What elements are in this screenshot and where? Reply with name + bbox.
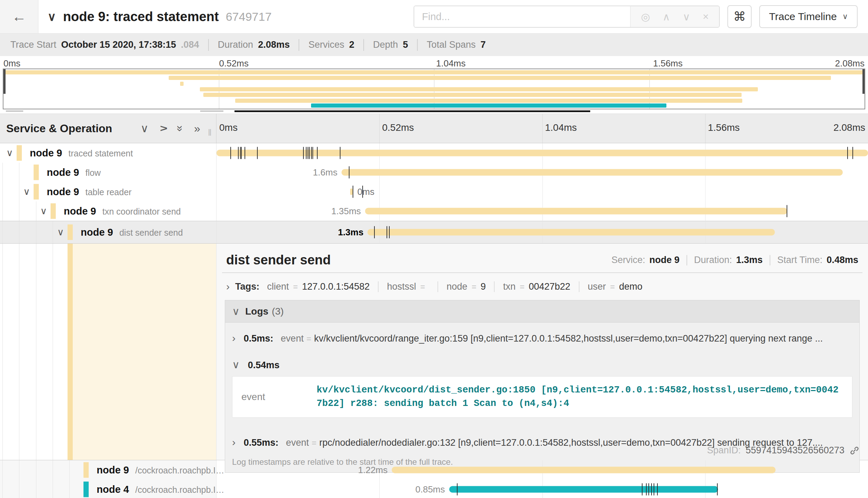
minimap-left-scrubber-handle[interactable]	[3, 69, 6, 94]
span-detail-meta: Service:node 9 Duration:1.3ms Start Time…	[611, 255, 858, 265]
back-arrow-icon: ←	[12, 8, 26, 25]
minimap-right-scrubber-handle[interactable]	[862, 69, 865, 94]
minimap-span-bar	[203, 93, 742, 97]
span-detail-left-column	[0, 244, 216, 460]
span-bar[interactable]	[367, 229, 775, 236]
axis-tick: 2.08ms	[833, 122, 865, 133]
span-duration-label: 0.85ms	[415, 484, 449, 495]
span-duration-label: 0ms	[355, 187, 374, 197]
span-color-bar	[83, 482, 89, 497]
span-detail-title: dist sender send	[226, 253, 331, 268]
back-button[interactable]: ←	[0, 0, 38, 33]
log-entry-expanded-header[interactable]: ∨ 0.54ms	[225, 351, 859, 374]
minimap-selection-underline[interactable]	[234, 110, 590, 112]
span-color-bar	[34, 184, 39, 200]
span-color-bar	[34, 165, 39, 180]
span-bar[interactable]	[392, 467, 776, 473]
span-row-flow[interactable]: node 9flow 1.6ms	[0, 163, 868, 182]
span-color-bar	[51, 203, 56, 219]
minimap-handle-mark[interactable]	[6, 110, 23, 112]
axis-tick: 0ms	[219, 122, 238, 133]
trace-id: 6749717	[226, 10, 272, 24]
axis-tick: 1.56ms	[708, 122, 740, 133]
next-match-icon[interactable]: ∨	[683, 11, 690, 23]
logs-accordion-header[interactable]: ∨ Logs(3)	[225, 300, 859, 323]
chevron-right-icon: ›	[232, 436, 236, 448]
log-event-detail: event kv/kvclient/kvcoord/dist_sender.go…	[232, 376, 852, 418]
keyboard-shortcuts-button[interactable]: ⌘	[727, 5, 752, 28]
trace-minimap[interactable]: 0ms 0.52ms 1.04ms 1.56ms 2.08ms	[0, 56, 868, 114]
expand-one-icon[interactable]: ∨	[157, 124, 170, 132]
scroll-to-match-icon[interactable]: ◎	[641, 11, 650, 23]
service-operation-title: Service & Operation	[6, 122, 141, 135]
log-tick-marks	[216, 182, 868, 201]
find-group: ◎ ∧ ∨ ×	[414, 6, 720, 28]
span-row-traced-statement[interactable]: ∨ node 9traced statement	[0, 143, 868, 163]
span-row-table-reader[interactable]: ∨ node 9table reader 0ms	[0, 182, 868, 201]
span-row-node4-rpc[interactable]: node 4/cockroach.roachpb.I… 0.85ms	[0, 480, 868, 498]
trace-start: Trace StartOctober 15 2020, 17:38:15.084	[10, 39, 199, 50]
span-duration-label: 1.6ms	[313, 167, 342, 178]
clear-search-icon[interactable]: ×	[703, 11, 709, 22]
tags-accordion[interactable]: › Tags: client=127.0.0.1:54582 hostssl= …	[222, 273, 862, 299]
minimap-span-bar	[3, 70, 865, 74]
trace-summary-bar: Trace StartOctober 15 2020, 17:38:15.084…	[0, 34, 868, 56]
span-duration-label: 1.22ms	[358, 465, 392, 476]
find-input[interactable]	[414, 6, 630, 27]
span-row-dist-sender-send[interactable]: ∨ node 9dist sender send 1.3ms	[0, 221, 868, 243]
collapse-trace-icon[interactable]: ∨	[47, 10, 56, 24]
span-rows: ∨ node 9traced statement node 9flow 1.6m…	[0, 143, 868, 243]
span-duration-label: 1.3ms	[338, 227, 368, 238]
chevron-right-icon: ›	[226, 281, 230, 292]
span-bar[interactable]	[350, 189, 353, 195]
chevron-down-icon: ∨	[232, 359, 240, 370]
prev-match-icon[interactable]: ∧	[663, 11, 670, 23]
chevron-right-icon: ›	[232, 332, 236, 344]
span-detail-panel: dist sender send Service:node 9 Duration…	[216, 244, 868, 460]
minimap-span-bar	[311, 103, 667, 108]
expand-all-icon[interactable]: »	[194, 122, 200, 135]
collapse-one-icon[interactable]: ∨	[141, 122, 149, 135]
log-field-name: event	[241, 391, 317, 402]
span-rows-bottom: node 9/cockroach.roachpb.I… 1.22ms node …	[0, 460, 868, 498]
minimap-tick: 2.08ms	[835, 58, 865, 69]
column-resize-handle[interactable]: ‖	[208, 127, 213, 138]
span-duration-label: 1.35ms	[331, 206, 365, 217]
span-id-value: 5597415943526560273	[746, 445, 844, 456]
minimap-tick: 0.52ms	[219, 58, 249, 69]
selected-span-accent-bar	[68, 244, 73, 460]
log-field-value: kv/kvclient/kvcoord/dist_sender.go:1850 …	[317, 383, 843, 410]
chevron-down-icon[interactable]: ∨	[23, 186, 30, 197]
span-bar[interactable]	[449, 486, 718, 493]
selected-span-tint	[68, 244, 216, 460]
trace-total-spans: Total Spans7	[427, 39, 486, 50]
collapse-all-icon[interactable]: »	[174, 125, 187, 132]
span-color-bar	[68, 225, 73, 240]
log-entry[interactable]: › 0.5ms: event=kv/kvclient/kvcoord/range…	[225, 323, 859, 351]
span-bar[interactable]	[216, 150, 868, 156]
timeline-axis: 0ms 0.52ms 1.04ms 1.56ms 2.08ms	[216, 114, 868, 143]
span-bar[interactable]	[342, 169, 842, 176]
page-title: node 9: traced statement	[63, 9, 219, 24]
chevron-down-icon[interactable]: ∨	[6, 147, 13, 159]
link-icon[interactable]	[849, 445, 860, 456]
find-tools: ◎ ∧ ∨ ×	[630, 6, 719, 27]
span-row-node9-rpc[interactable]: node 9/cockroach.roachpb.I… 1.22ms	[0, 460, 868, 480]
timeline-header: Service & Operation ∨ ∨ » » ‖ 0ms 0.52ms…	[0, 114, 868, 143]
span-detail-row: dist sender send Service:node 9 Duration…	[0, 243, 868, 460]
minimap-handle-mark[interactable]	[200, 110, 223, 112]
trace-duration: Duration2.08ms	[218, 39, 290, 50]
chevron-down-icon[interactable]: ∨	[40, 206, 47, 217]
minimap-span-bar	[200, 87, 758, 91]
span-row-txn-coordinator-send[interactable]: ∨ node 9txn coordinator send 1.35ms	[0, 201, 868, 221]
view-selector-dropdown[interactable]: Trace Timeline ∨	[759, 5, 858, 28]
tree-controls: ∨ ∨ » »	[141, 122, 200, 135]
chevron-down-icon[interactable]: ∨	[57, 227, 64, 238]
minimap-canvas[interactable]	[3, 69, 865, 109]
minimap-span-bar	[180, 82, 184, 86]
span-bar[interactable]	[365, 208, 787, 215]
minimap-tick: 0ms	[3, 58, 20, 69]
span-color-bar	[83, 462, 89, 478]
header-controls: ◎ ∧ ∨ × ⌘ Trace Timeline ∨	[414, 5, 858, 28]
span-id-row: SpanID: 5597415943526560273	[707, 445, 860, 456]
